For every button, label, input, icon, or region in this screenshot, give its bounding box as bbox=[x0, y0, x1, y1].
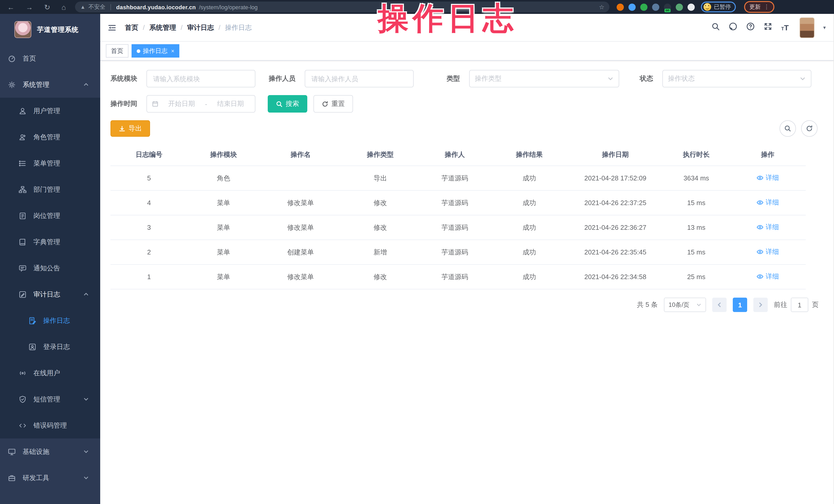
prev-page-button[interactable] bbox=[712, 298, 727, 312]
user-avatar[interactable] bbox=[799, 17, 814, 38]
goto-page-input[interactable] bbox=[791, 298, 808, 312]
breadcrumb-item-系统管理[interactable]: 系统管理 bbox=[149, 23, 176, 32]
export-button[interactable]: 导出 bbox=[110, 120, 150, 137]
sidebar-item-短信管理[interactable]: 短信管理 bbox=[0, 386, 100, 412]
gear-icon bbox=[8, 81, 16, 89]
cell-operator: 芋道源码 bbox=[419, 272, 491, 281]
operator-input[interactable] bbox=[305, 70, 414, 87]
status-select[interactable]: 操作状态 bbox=[662, 70, 811, 87]
role-icon bbox=[19, 133, 27, 141]
sidebar-item-用户管理[interactable]: 用户管理 bbox=[0, 98, 100, 124]
url-path: /system/log/operate-log bbox=[199, 4, 258, 10]
sidebar-item-操作日志[interactable]: 操作日志 bbox=[0, 307, 100, 334]
extension-blue-gray-icon[interactable] bbox=[652, 3, 659, 10]
search-button[interactable]: 搜索 bbox=[268, 95, 307, 113]
detail-link[interactable]: 详细 bbox=[756, 173, 779, 182]
sidebar-item-登录日志[interactable]: 登录日志 bbox=[0, 334, 100, 360]
sidebar-item-部门管理[interactable]: 部门管理 bbox=[0, 176, 100, 202]
end-date-placeholder: 结束日期 bbox=[211, 99, 250, 108]
fullscreen-icon[interactable] bbox=[764, 22, 773, 33]
tag-close-icon[interactable]: × bbox=[171, 48, 174, 54]
sidebar-item-角色管理[interactable]: 角色管理 bbox=[0, 124, 100, 150]
sidebar-item-错误码管理[interactable]: 错误码管理 bbox=[0, 412, 100, 438]
cell-duration: 13 ms bbox=[663, 224, 730, 231]
detail-link[interactable]: 详细 bbox=[756, 223, 779, 232]
sidebar-item-通知公告[interactable]: 通知公告 bbox=[0, 255, 100, 281]
sidebar-item-字典管理[interactable]: 字典管理 bbox=[0, 229, 100, 255]
search-icon[interactable] bbox=[711, 22, 720, 33]
extension-puzzle-icon[interactable] bbox=[687, 3, 695, 10]
sidebar-item-首页[interactable]: 首页 bbox=[0, 45, 100, 71]
breadcrumb-separator: / bbox=[143, 24, 145, 31]
sidebar-item-系统管理[interactable]: 系统管理 bbox=[0, 71, 100, 98]
help-icon[interactable] bbox=[746, 22, 755, 33]
date-range-picker[interactable]: 开始日期 - 结束日期 bbox=[147, 95, 256, 113]
browser-back-icon[interactable]: ← bbox=[7, 3, 15, 10]
module-input[interactable] bbox=[147, 70, 256, 87]
sidebar-fold-icon[interactable] bbox=[107, 23, 117, 32]
cell-operator: 芋道源码 bbox=[419, 174, 491, 183]
page-size-select[interactable]: 10条/页 bbox=[664, 298, 706, 312]
cell-type: 修改 bbox=[342, 272, 419, 281]
tag-首页[interactable]: 首页 bbox=[106, 44, 129, 58]
cell-result: 成功 bbox=[491, 247, 568, 257]
type-select[interactable]: 操作类型 bbox=[469, 70, 619, 87]
sidebar-item-研发工具[interactable]: 研发工具 bbox=[0, 465, 100, 491]
extension-blue-pin-icon[interactable] bbox=[629, 3, 636, 10]
security-warning-icon[interactable]: ▲ bbox=[80, 4, 85, 10]
cell-result: 成功 bbox=[491, 174, 568, 183]
extension-green-circle-icon[interactable] bbox=[640, 3, 648, 10]
table-refresh-button[interactable] bbox=[801, 120, 817, 137]
sidebar-item-基础设施[interactable]: 基础设施 bbox=[0, 438, 100, 465]
breadcrumb-item-操作日志[interactable]: 操作日志 bbox=[225, 23, 252, 32]
sidebar-item-label: 部门管理 bbox=[34, 185, 60, 194]
font-size-icon[interactable]: TT bbox=[781, 23, 789, 32]
tag-操作日志[interactable]: 操作日志× bbox=[132, 44, 180, 58]
breadcrumb-item-审计日志[interactable]: 审计日志 bbox=[187, 23, 214, 32]
extension-dark-on-icon[interactable]: on bbox=[664, 3, 671, 10]
browser-update-button[interactable]: 更新 ⋮ bbox=[744, 1, 774, 13]
browser-refresh-icon[interactable]: ↻ bbox=[44, 3, 50, 10]
tag-label: 操作日志 bbox=[143, 46, 168, 55]
cell-module: 菜单 bbox=[188, 247, 260, 257]
pagination: 共 5 条 10条/页 1 前往 页 bbox=[110, 298, 818, 312]
detail-link[interactable]: 详细 bbox=[756, 272, 779, 281]
chevron-down-icon bbox=[83, 396, 89, 402]
extension-orange-ring-icon[interactable] bbox=[617, 3, 624, 10]
sidebar-item-审计日志[interactable]: 审计日志 bbox=[0, 281, 100, 307]
chevron-down-icon bbox=[696, 302, 701, 307]
next-page-button[interactable] bbox=[753, 298, 768, 312]
sidebar-item-label: 首页 bbox=[23, 54, 36, 63]
chevron-down-icon bbox=[83, 449, 89, 454]
app-title: 芋道管理系统 bbox=[37, 25, 79, 34]
sidebar-item-在线用户[interactable]: 在线用户 bbox=[0, 360, 100, 386]
eye-icon bbox=[756, 273, 764, 280]
detail-link[interactable]: 详细 bbox=[756, 247, 779, 257]
extension-green-leaf-icon[interactable] bbox=[676, 3, 683, 10]
reset-button[interactable]: 重置 bbox=[313, 95, 353, 113]
sidebar-item-岗位管理[interactable]: 岗位管理 bbox=[0, 202, 100, 229]
cell-module: 菜单 bbox=[188, 272, 260, 281]
extension-paused-pill[interactable]: 已暂停 bbox=[701, 2, 736, 12]
table-search-toggle-button[interactable] bbox=[780, 120, 796, 137]
github-icon[interactable] bbox=[729, 22, 738, 33]
eye-icon bbox=[756, 224, 764, 231]
sidebar-item-菜单管理[interactable]: 菜单管理 bbox=[0, 150, 100, 176]
sidebar-item-label: 菜单管理 bbox=[34, 158, 60, 168]
cell-date: 2021-04-26 22:34:58 bbox=[568, 273, 663, 281]
browser-menu-dots-icon[interactable]: ⋮ bbox=[764, 4, 769, 10]
url-bar[interactable]: ▲ 不安全 dashboard.yudao.iocoder.cn/system/… bbox=[75, 2, 610, 12]
breadcrumb-item-首页[interactable]: 首页 bbox=[125, 23, 138, 32]
cell-type: 新增 bbox=[342, 247, 419, 257]
sidebar-item-label: 基础设施 bbox=[23, 447, 49, 456]
paused-label: 已暂停 bbox=[714, 3, 731, 11]
app-logo-row[interactable]: 芋道管理系统 bbox=[0, 14, 100, 45]
browser-forward-icon[interactable]: → bbox=[26, 3, 33, 10]
bookmark-star-icon[interactable]: ☆ bbox=[599, 3, 605, 10]
browser-home-icon[interactable]: ⌂ bbox=[61, 3, 66, 10]
column-header-action: 操作 bbox=[730, 150, 806, 159]
table-row: 3菜单修改菜单修改芋道源码成功2021-04-26 22:36:2713 ms详… bbox=[110, 215, 806, 240]
page-number-1[interactable]: 1 bbox=[733, 298, 747, 312]
avatar-caret-down-icon[interactable]: ▾ bbox=[823, 25, 826, 30]
detail-link[interactable]: 详细 bbox=[756, 198, 779, 207]
